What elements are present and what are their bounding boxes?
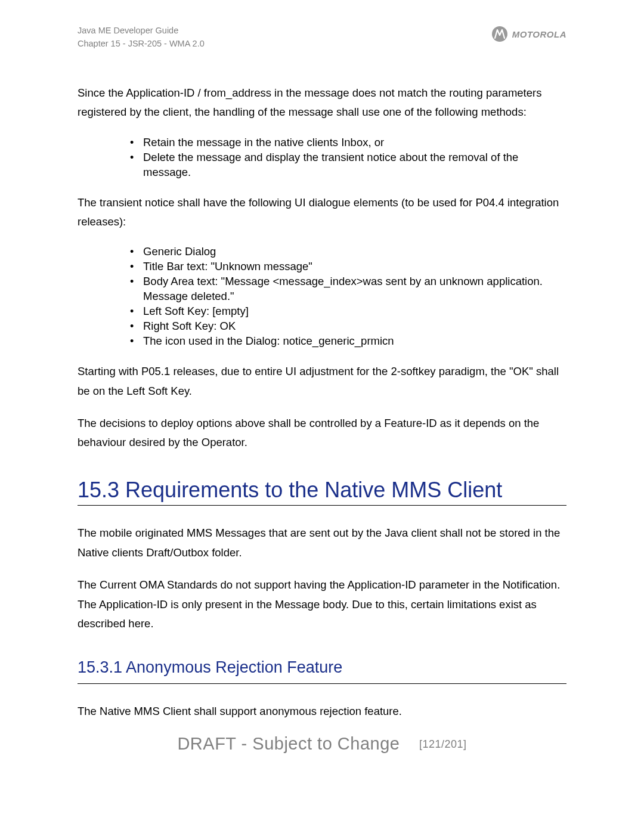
list-item: Delete the message and display the trans… — [143, 150, 566, 180]
bullet-list: Generic Dialog Title Bar text: "Unknown … — [78, 244, 566, 349]
list-item: Title Bar text: "Unknown message" — [143, 259, 566, 274]
header-title-line: Java ME Developer Guide — [78, 24, 205, 37]
paragraph: The Current OMA Standards do not support… — [78, 575, 566, 633]
brand-name: MOTOROLA — [512, 29, 566, 39]
bullet-list: Retain the message in the native clients… — [78, 135, 566, 180]
brand-logo: MOTOROLA — [492, 26, 566, 42]
paragraph: The decisions to deploy options above sh… — [78, 414, 566, 453]
page-footer: DRAFT - Subject to Change [121/201] — [78, 734, 566, 754]
document-page: Java ME Developer Guide Chapter 15 - JSR… — [0, 0, 644, 778]
document-body: Since the Application-ID / from_address … — [78, 83, 566, 721]
list-item: Left Soft Key: [empty] — [143, 304, 566, 319]
paragraph: Since the Application-ID / from_address … — [78, 83, 566, 122]
subsection-heading: 15.3.1 Anonymous Rejection Feature — [78, 654, 566, 683]
list-item: Retain the message in the native clients… — [143, 135, 566, 150]
draft-watermark: DRAFT - Subject to Change — [177, 734, 400, 753]
header-chapter-line: Chapter 15 - JSR-205 - WMA 2.0 — [78, 37, 205, 50]
list-item: The icon used in the Dialog: notice_gene… — [143, 334, 566, 349]
paragraph: The transient notice shall have the foll… — [78, 193, 566, 232]
header-text: Java ME Developer Guide Chapter 15 - JSR… — [78, 24, 205, 51]
list-item: Right Soft Key: OK — [143, 319, 566, 334]
paragraph: Starting with P05.1 releases, due to ent… — [78, 362, 566, 401]
section-heading: 15.3 Requirements to the Native MMS Clie… — [78, 476, 566, 506]
paragraph: The mobile originated MMS Messages that … — [78, 524, 566, 562]
page-header: Java ME Developer Guide Chapter 15 - JSR… — [78, 24, 566, 51]
list-item: Body Area text: "Message <message_index>… — [143, 274, 566, 304]
motorola-icon — [492, 26, 507, 42]
page-number: [121/201] — [419, 738, 467, 750]
list-item: Generic Dialog — [143, 244, 566, 259]
paragraph: The Native MMS Client shall support anon… — [78, 702, 566, 721]
